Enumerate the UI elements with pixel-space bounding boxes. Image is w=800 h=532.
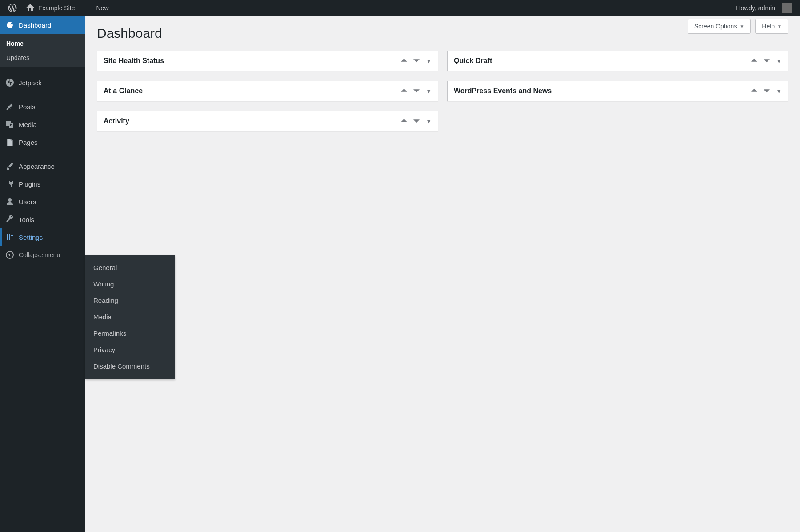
move-up-button[interactable] <box>401 57 407 65</box>
new-label: New <box>96 4 108 12</box>
widget-site-health: Site Health Status ▼ <box>97 51 438 71</box>
sidebar-item-media[interactable]: Media <box>0 115 85 133</box>
caret-down-icon: ▼ <box>777 24 782 29</box>
sidebar-item-dashboard[interactable]: Dashboard <box>0 16 85 34</box>
svg-point-0 <box>6 79 14 87</box>
move-down-button[interactable] <box>764 57 770 65</box>
widget-title: Quick Draft <box>454 57 492 65</box>
sidebar-item-tools[interactable]: Tools <box>0 210 85 228</box>
pin-icon <box>5 102 14 111</box>
toggle-button[interactable]: ▼ <box>426 88 432 95</box>
wrench-icon <box>5 215 14 224</box>
sidebar-item-label: Tools <box>19 216 34 223</box>
move-down-button[interactable] <box>764 87 770 95</box>
greeting-label: Howdy, admin <box>736 4 775 12</box>
sidebar-item-plugins[interactable]: Plugins <box>0 175 85 193</box>
content-area: Screen Options ▼ Help ▼ Dashboard Site H… <box>85 16 800 532</box>
site-name-label: Example Site <box>38 4 75 12</box>
sidebar-item-label: Users <box>19 198 36 206</box>
screen-meta-controls: Screen Options ▼ Help ▼ <box>688 19 788 34</box>
widget-title: Activity <box>104 117 129 125</box>
screen-options-button[interactable]: Screen Options ▼ <box>688 19 751 34</box>
home-icon <box>26 4 35 12</box>
sidebar-item-appearance[interactable]: Appearance <box>0 157 85 175</box>
sidebar-item-posts[interactable]: Posts <box>0 98 85 115</box>
wp-logo-menu[interactable] <box>4 0 21 16</box>
page-title: Dashboard <box>97 26 788 41</box>
widget-title: Site Health Status <box>104 57 164 65</box>
screen-options-label: Screen Options <box>694 23 737 30</box>
move-up-button[interactable] <box>401 87 407 95</box>
widget-title: At a Glance <box>104 87 143 95</box>
site-name-menu[interactable]: Example Site <box>21 0 79 16</box>
help-label: Help <box>762 23 775 30</box>
new-content-menu[interactable]: New <box>79 0 113 16</box>
toggle-button[interactable]: ▼ <box>776 58 782 64</box>
toggle-button[interactable]: ▼ <box>426 118 432 125</box>
help-button[interactable]: Help ▼ <box>755 19 788 34</box>
toggle-button[interactable]: ▼ <box>776 88 782 95</box>
brush-icon <box>5 162 14 171</box>
pages-icon <box>5 138 14 147</box>
widget-activity: Activity ▼ <box>97 111 438 131</box>
wordpress-icon <box>8 4 17 12</box>
plus-icon <box>84 4 92 12</box>
dashboard-icon <box>5 20 14 29</box>
my-account-menu[interactable]: Howdy, admin <box>732 0 796 16</box>
widgets-column-left: Site Health Status ▼ At a Glance <box>97 51 438 131</box>
jetpack-icon <box>5 78 14 87</box>
admin-sidebar: Dashboard Home Updates Jetpack Posts Med… <box>0 16 85 532</box>
move-down-button[interactable] <box>413 57 420 65</box>
sidebar-item-pages[interactable]: Pages <box>0 133 85 151</box>
sidebar-item-label: Settings <box>19 234 43 241</box>
admin-bar: Example Site New Howdy, admin <box>0 0 800 16</box>
dashboard-submenu: Home Updates <box>0 34 85 67</box>
collapse-label: Collapse menu <box>19 251 60 258</box>
sidebar-item-settings[interactable]: Settings <box>0 228 85 246</box>
avatar <box>782 3 792 13</box>
submenu-item-updates[interactable]: Updates <box>0 51 85 65</box>
caret-down-icon: ▼ <box>740 24 744 29</box>
sliders-icon <box>5 233 14 242</box>
sidebar-item-label: Media <box>19 121 37 128</box>
widget-title: WordPress Events and News <box>454 87 552 95</box>
widgets-column-right: Quick Draft ▼ WordPress Events and News <box>447 51 788 131</box>
move-down-button[interactable] <box>413 118 420 125</box>
collapse-menu-button[interactable]: Collapse menu <box>0 246 85 264</box>
widget-at-a-glance: At a Glance ▼ <box>97 81 438 101</box>
user-icon <box>5 197 14 206</box>
sidebar-item-label: Dashboard <box>19 21 51 29</box>
submenu-item-home[interactable]: Home <box>0 36 85 51</box>
sidebar-item-users[interactable]: Users <box>0 193 85 210</box>
media-icon <box>5 120 14 129</box>
sidebar-item-label: Appearance <box>19 163 55 170</box>
sidebar-item-label: Posts <box>19 103 36 111</box>
move-down-button[interactable] <box>413 87 420 95</box>
sidebar-item-jetpack[interactable]: Jetpack <box>0 74 85 91</box>
sidebar-item-label: Plugins <box>19 180 40 188</box>
widget-events-news: WordPress Events and News ▼ <box>447 81 788 101</box>
widget-quick-draft: Quick Draft ▼ <box>447 51 788 71</box>
sidebar-item-label: Jetpack <box>19 79 42 87</box>
move-up-button[interactable] <box>401 118 407 125</box>
plug-icon <box>5 179 14 188</box>
toggle-button[interactable]: ▼ <box>426 58 432 64</box>
move-up-button[interactable] <box>751 87 757 95</box>
dashboard-widgets: Site Health Status ▼ At a Glance <box>97 51 788 131</box>
move-up-button[interactable] <box>751 57 757 65</box>
sidebar-item-label: Pages <box>19 139 38 146</box>
collapse-icon <box>5 250 14 259</box>
